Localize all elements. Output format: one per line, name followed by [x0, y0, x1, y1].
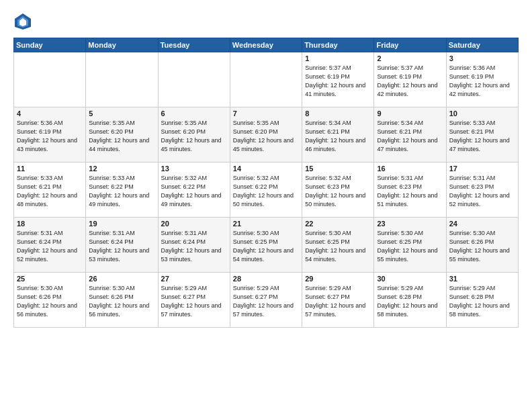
day-number: 15 — [305, 165, 371, 173]
day-number: 29 — [305, 275, 371, 283]
day-number: 9 — [377, 109, 443, 118]
day-number: 14 — [233, 165, 299, 173]
col-header-monday: Monday — [86, 38, 158, 52]
day-number: 21 — [233, 220, 299, 228]
day-number: 16 — [377, 165, 443, 173]
cell-info: Sunrise: 5:33 AMSunset: 6:21 PMDaylight:… — [17, 174, 83, 209]
cell-info: Sunrise: 5:29 AMSunset: 6:27 PMDaylight:… — [161, 284, 227, 319]
cell-4-2: 19Sunrise: 5:31 AMSunset: 6:24 PMDayligh… — [86, 218, 158, 273]
cell-info: Sunrise: 5:32 AMSunset: 6:22 PMDaylight:… — [161, 174, 227, 209]
day-number: 3 — [449, 54, 515, 62]
cell-info: Sunrise: 5:30 AMSunset: 6:25 PMDaylight:… — [305, 229, 371, 264]
week-row-4: 18Sunrise: 5:31 AMSunset: 6:24 PMDayligh… — [14, 218, 519, 273]
day-number: 31 — [449, 275, 515, 283]
cell-3-4: 14Sunrise: 5:32 AMSunset: 6:22 PMDayligh… — [230, 163, 302, 218]
cell-info: Sunrise: 5:33 AMSunset: 6:22 PMDaylight:… — [89, 174, 154, 209]
cell-info: Sunrise: 5:31 AMSunset: 6:24 PMDaylight:… — [89, 229, 154, 264]
cell-4-3: 20Sunrise: 5:31 AMSunset: 6:24 PMDayligh… — [158, 218, 230, 273]
col-header-thursday: Thursday — [302, 38, 374, 52]
cell-4-1: 18Sunrise: 5:31 AMSunset: 6:24 PMDayligh… — [14, 218, 86, 273]
cell-2-6: 9Sunrise: 5:34 AMSunset: 6:21 PMDaylight… — [374, 107, 446, 163]
day-number: 6 — [161, 109, 227, 118]
cell-3-3: 13Sunrise: 5:32 AMSunset: 6:22 PMDayligh… — [158, 163, 230, 218]
cell-info: Sunrise: 5:30 AMSunset: 6:26 PMDaylight:… — [449, 229, 515, 264]
day-number: 13 — [161, 165, 227, 173]
cell-2-2: 5Sunrise: 5:35 AMSunset: 6:20 PMDaylight… — [86, 107, 158, 163]
cell-info: Sunrise: 5:30 AMSunset: 6:25 PMDaylight:… — [377, 229, 443, 264]
cell-info: Sunrise: 5:32 AMSunset: 6:22 PMDaylight:… — [233, 174, 299, 209]
cell-5-4: 28Sunrise: 5:29 AMSunset: 6:27 PMDayligh… — [230, 273, 302, 328]
calendar-table: SundayMondayTuesdayWednesdayThursdayFrid… — [13, 38, 519, 328]
logo-icon — [13, 12, 32, 31]
cell-info: Sunrise: 5:31 AMSunset: 6:24 PMDaylight:… — [161, 229, 227, 264]
cell-1-3 — [158, 52, 230, 107]
cell-3-5: 15Sunrise: 5:32 AMSunset: 6:23 PMDayligh… — [302, 163, 374, 218]
cell-4-5: 22Sunrise: 5:30 AMSunset: 6:25 PMDayligh… — [302, 218, 374, 273]
day-number: 30 — [377, 275, 443, 283]
cell-2-5: 8Sunrise: 5:34 AMSunset: 6:21 PMDaylight… — [302, 107, 374, 163]
day-number: 4 — [17, 109, 83, 118]
day-number: 24 — [449, 220, 515, 228]
cell-1-7: 3Sunrise: 5:36 AMSunset: 6:19 PMDaylight… — [446, 52, 518, 107]
day-number: 1 — [305, 54, 371, 62]
cell-info: Sunrise: 5:36 AMSunset: 6:19 PMDaylight:… — [449, 64, 515, 99]
col-header-tuesday: Tuesday — [158, 38, 230, 52]
cell-2-1: 4Sunrise: 5:36 AMSunset: 6:19 PMDaylight… — [14, 107, 86, 163]
cell-info: Sunrise: 5:35 AMSunset: 6:20 PMDaylight:… — [89, 119, 154, 154]
cell-info: Sunrise: 5:30 AMSunset: 6:25 PMDaylight:… — [233, 229, 299, 264]
cell-3-6: 16Sunrise: 5:31 AMSunset: 6:23 PMDayligh… — [374, 163, 446, 218]
header-row: SundayMondayTuesdayWednesdayThursdayFrid… — [14, 38, 519, 52]
cell-info: Sunrise: 5:31 AMSunset: 6:24 PMDaylight:… — [17, 229, 83, 264]
cell-info: Sunrise: 5:37 AMSunset: 6:19 PMDaylight:… — [377, 64, 443, 99]
day-number: 20 — [161, 220, 227, 228]
col-header-saturday: Saturday — [446, 38, 518, 52]
cell-info: Sunrise: 5:35 AMSunset: 6:20 PMDaylight:… — [233, 119, 299, 154]
cell-1-5: 1Sunrise: 5:37 AMSunset: 6:19 PMDaylight… — [302, 52, 374, 107]
cell-2-4: 7Sunrise: 5:35 AMSunset: 6:20 PMDaylight… — [230, 107, 302, 163]
cell-1-6: 2Sunrise: 5:37 AMSunset: 6:19 PMDaylight… — [374, 52, 446, 107]
cell-1-1 — [14, 52, 86, 107]
cell-info: Sunrise: 5:35 AMSunset: 6:20 PMDaylight:… — [161, 119, 227, 154]
day-number: 2 — [377, 54, 443, 62]
day-number: 12 — [89, 165, 154, 173]
day-number: 28 — [233, 275, 299, 283]
cell-info: Sunrise: 5:31 AMSunset: 6:23 PMDaylight:… — [377, 174, 443, 209]
cell-3-2: 12Sunrise: 5:33 AMSunset: 6:22 PMDayligh… — [86, 163, 158, 218]
col-header-friday: Friday — [374, 38, 446, 52]
cell-5-5: 29Sunrise: 5:29 AMSunset: 6:27 PMDayligh… — [302, 273, 374, 328]
cell-info: Sunrise: 5:34 AMSunset: 6:21 PMDaylight:… — [377, 119, 443, 154]
day-number: 19 — [89, 220, 154, 228]
cell-5-3: 27Sunrise: 5:29 AMSunset: 6:27 PMDayligh… — [158, 273, 230, 328]
cell-4-6: 23Sunrise: 5:30 AMSunset: 6:25 PMDayligh… — [374, 218, 446, 273]
cell-info: Sunrise: 5:34 AMSunset: 6:21 PMDaylight:… — [305, 119, 371, 154]
col-header-wednesday: Wednesday — [230, 38, 302, 52]
week-row-1: 1Sunrise: 5:37 AMSunset: 6:19 PMDaylight… — [14, 52, 519, 107]
cell-info: Sunrise: 5:37 AMSunset: 6:19 PMDaylight:… — [305, 64, 371, 99]
cell-info: Sunrise: 5:29 AMSunset: 6:27 PMDaylight:… — [305, 284, 371, 319]
cell-5-2: 26Sunrise: 5:30 AMSunset: 6:26 PMDayligh… — [86, 273, 158, 328]
cell-info: Sunrise: 5:29 AMSunset: 6:28 PMDaylight:… — [449, 284, 515, 319]
day-number: 23 — [377, 220, 443, 228]
cell-info: Sunrise: 5:32 AMSunset: 6:23 PMDaylight:… — [305, 174, 371, 209]
week-row-2: 4Sunrise: 5:36 AMSunset: 6:19 PMDaylight… — [14, 107, 519, 163]
cell-info: Sunrise: 5:30 AMSunset: 6:26 PMDaylight:… — [17, 284, 83, 319]
cell-info: Sunrise: 5:31 AMSunset: 6:23 PMDaylight:… — [449, 174, 515, 209]
day-number: 17 — [449, 165, 515, 173]
day-number: 10 — [449, 109, 515, 118]
page: SundayMondayTuesdayWednesdayThursdayFrid… — [0, 0, 532, 411]
week-row-5: 25Sunrise: 5:30 AMSunset: 6:26 PMDayligh… — [14, 273, 519, 328]
day-number: 8 — [305, 109, 371, 118]
day-number: 7 — [233, 109, 299, 118]
cell-info: Sunrise: 5:33 AMSunset: 6:21 PMDaylight:… — [449, 119, 515, 154]
day-number: 25 — [17, 275, 83, 283]
col-header-sunday: Sunday — [14, 38, 86, 52]
cell-5-7: 31Sunrise: 5:29 AMSunset: 6:28 PMDayligh… — [446, 273, 518, 328]
day-number: 26 — [89, 275, 154, 283]
cell-3-1: 11Sunrise: 5:33 AMSunset: 6:21 PMDayligh… — [14, 163, 86, 218]
day-number: 18 — [17, 220, 83, 228]
logo — [13, 12, 35, 31]
cell-info: Sunrise: 5:29 AMSunset: 6:28 PMDaylight:… — [377, 284, 443, 319]
cell-4-7: 24Sunrise: 5:30 AMSunset: 6:26 PMDayligh… — [446, 218, 518, 273]
header — [13, 12, 519, 31]
cell-2-7: 10Sunrise: 5:33 AMSunset: 6:21 PMDayligh… — [446, 107, 518, 163]
